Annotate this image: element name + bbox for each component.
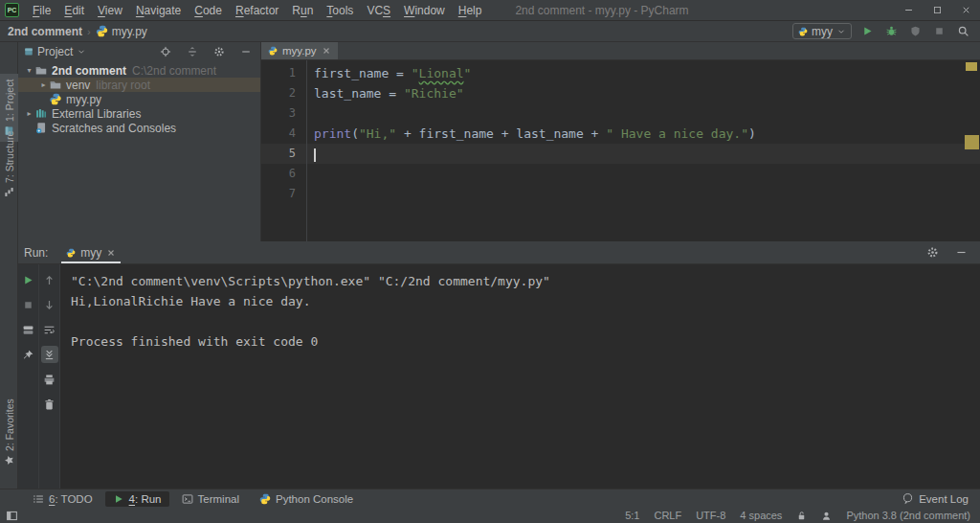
project-panel: Project ▾ 2nd commentC:\2nd comment ▸ ve…: [18, 42, 261, 241]
arrow-up-button[interactable]: [41, 271, 58, 288]
pin-button[interactable]: [20, 346, 37, 363]
menu-file[interactable]: File: [26, 0, 57, 21]
file-encoding[interactable]: UTF-8: [696, 510, 725, 521]
menu-window[interactable]: Window: [397, 0, 452, 21]
caret-position[interactable]: 5:1: [625, 510, 639, 521]
coverage-button[interactable]: [906, 22, 924, 40]
stop-button[interactable]: [930, 22, 948, 40]
editor-line-7[interactable]: 7: [261, 184, 980, 204]
menu-run[interactable]: Run: [285, 0, 320, 21]
run-panel: Run: myy "C:\2nd comment\venv\Scripts\py…: [18, 241, 980, 489]
menu-vcs[interactable]: VCS: [360, 0, 397, 21]
toolwindow-tab-python-console[interactable]: Python Console: [252, 491, 361, 507]
menu-help[interactable]: Help: [452, 0, 489, 21]
editor-line-4[interactable]: 4 print("Hi," + first_name + last_name +…: [261, 124, 980, 144]
settings-button[interactable]: [924, 243, 942, 262]
breadcrumb-project[interactable]: 2nd comment: [8, 25, 82, 38]
left-tool-stripe: 1: Project 7: Structure 2: Favorites: [0, 42, 18, 489]
pycharm-logo-icon: PC: [5, 3, 19, 17]
stripe-structure-button[interactable]: 7: Structure: [0, 125, 18, 203]
debug-icon: [885, 25, 898, 37]
indent-style[interactable]: 4 spaces: [740, 510, 782, 521]
editor-lines: 1 first_name = "Lional" 2 last_name = "R…: [261, 63, 980, 204]
hector-inspections-icon[interactable]: [821, 511, 832, 521]
editor-line-1[interactable]: 1 first_name = "Lional": [261, 63, 980, 83]
coverage-icon: [909, 25, 922, 37]
line-separator[interactable]: CRLF: [654, 510, 681, 521]
run-tab-myy[interactable]: myy: [59, 241, 122, 263]
expand-arrow-icon[interactable]: ▸: [24, 109, 34, 118]
scroll-end-button[interactable]: [41, 346, 58, 363]
gutter-divider: [306, 60, 307, 241]
console-line: [71, 311, 980, 331]
python-icon: [798, 27, 808, 36]
arrow-down-icon: [43, 299, 56, 311]
editor-line-2[interactable]: 2 last_name = "Richie": [261, 83, 980, 103]
editor-tab-myy[interactable]: myy.py: [261, 42, 338, 59]
soft-wrap-button[interactable]: [41, 321, 58, 338]
close-tab-icon[interactable]: [322, 46, 331, 56]
run-button[interactable]: [858, 22, 877, 40]
editor-line-3[interactable]: 3: [261, 103, 980, 124]
console-output[interactable]: "C:\2nd comment\venv\Scripts\python.exe"…: [60, 264, 980, 489]
scrollbar-warning-mark[interactable]: [965, 135, 979, 149]
tree-item-scratches-and-consoles[interactable]: Scratches and Consoles: [18, 121, 260, 135]
collapse-all-button[interactable]: [183, 43, 201, 61]
expand-arrow-icon[interactable]: ▾: [24, 66, 34, 75]
minimize-button[interactable]: [894, 0, 923, 20]
editor-line-6[interactable]: 6: [261, 164, 980, 184]
arrow-down-button[interactable]: [41, 296, 58, 313]
hide-button[interactable]: [952, 243, 970, 262]
locate-button[interactable]: [156, 43, 174, 61]
toolwindow-tab-terminal[interactable]: Terminal: [174, 491, 247, 507]
tree-item-2nd-comment[interactable]: ▾ 2nd commentC:\2nd comment: [18, 63, 260, 78]
menu-refactor[interactable]: Refactor: [229, 0, 285, 21]
menu-edit[interactable]: Edit: [57, 0, 91, 21]
toolwindow-tab-6-todo[interactable]: 6: TODO: [25, 491, 100, 507]
toolwindow-toggle-icon[interactable]: [6, 510, 18, 522]
breadcrumb-file[interactable]: myy.py: [96, 25, 147, 38]
inspection-indicator[interactable]: [966, 62, 977, 71]
clear-button[interactable]: [41, 396, 58, 413]
rerun-button[interactable]: [20, 271, 37, 288]
toolwindow-tab-4-run[interactable]: 4: Run: [105, 491, 169, 507]
menu-view[interactable]: View: [91, 0, 129, 21]
stripe-favorites-button[interactable]: 2: Favorites: [0, 393, 18, 471]
settings-icon: [213, 46, 225, 57]
tree-item-venv[interactable]: ▸ venvlibrary root: [18, 78, 260, 92]
console-line: Process finished with exit code 0: [71, 331, 980, 352]
run-config-selector[interactable]: myy: [792, 23, 852, 39]
project-panel-title[interactable]: Project: [37, 45, 73, 58]
pin-icon: [22, 349, 34, 361]
debug-button[interactable]: [882, 22, 901, 40]
event-log-button[interactable]: Event Log: [902, 492, 980, 505]
settings-button[interactable]: [210, 43, 228, 61]
tool-window-bar: 6: TODO4: RunTerminalPython Console Even…: [0, 489, 980, 508]
search-button[interactable]: [954, 22, 972, 40]
hide-icon: [955, 246, 968, 259]
line-number: 6: [261, 164, 305, 184]
menu-tools[interactable]: Tools: [320, 0, 360, 21]
expand-arrow-icon[interactable]: ▸: [38, 80, 49, 89]
menu-code[interactable]: Code: [188, 0, 229, 21]
editor-line-5[interactable]: 5: [261, 144, 980, 164]
code-editor[interactable]: 1 first_name = "Lional" 2 last_name = "R…: [261, 60, 980, 241]
restore-layout-button[interactable]: [20, 321, 37, 338]
chevron-down-icon[interactable]: [77, 47, 86, 57]
close-button[interactable]: [951, 0, 980, 20]
menu-navigate[interactable]: Navigate: [129, 0, 188, 21]
hide-button[interactable]: [236, 43, 255, 61]
tree-item-external-libraries[interactable]: ▸ External Libraries: [18, 106, 260, 121]
run-panel-header: Run: myy: [18, 241, 980, 264]
project-toolwindow-icon: [24, 47, 33, 57]
stop-button[interactable]: [20, 296, 37, 313]
tree-item-myy-py[interactable]: myy.py: [18, 92, 260, 106]
breadcrumb-separator-icon: ›: [87, 26, 91, 37]
lock-icon[interactable]: [796, 511, 807, 521]
python-icon: [49, 93, 62, 105]
python-interpreter[interactable]: Python 3.8 (2nd comment): [846, 510, 970, 521]
maximize-button[interactable]: [923, 0, 951, 20]
run-toolbar: myy: [792, 22, 972, 40]
print-button[interactable]: [41, 371, 58, 388]
close-tab-icon[interactable]: [106, 248, 116, 258]
